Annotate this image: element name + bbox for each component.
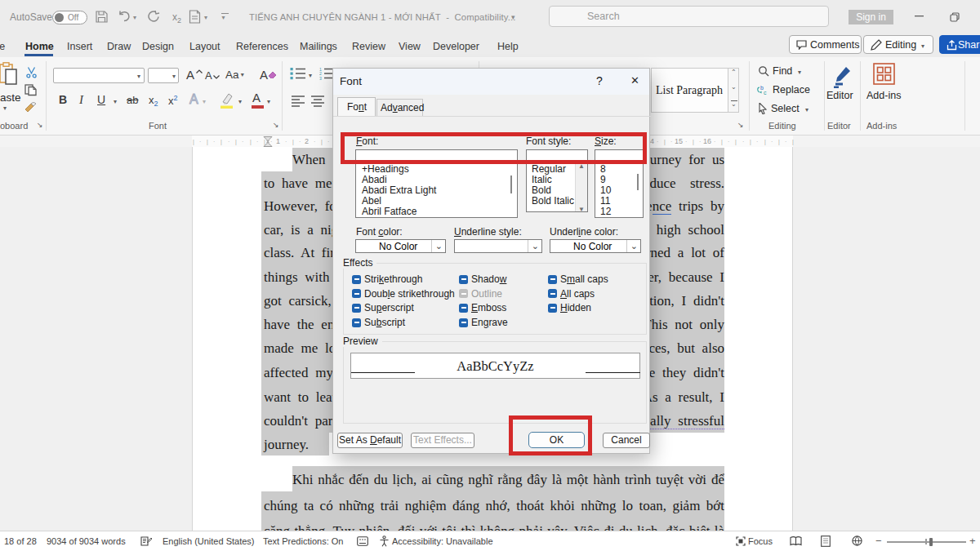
svg-text:c: c xyxy=(764,90,767,96)
svg-text:3: 3 xyxy=(319,76,322,80)
